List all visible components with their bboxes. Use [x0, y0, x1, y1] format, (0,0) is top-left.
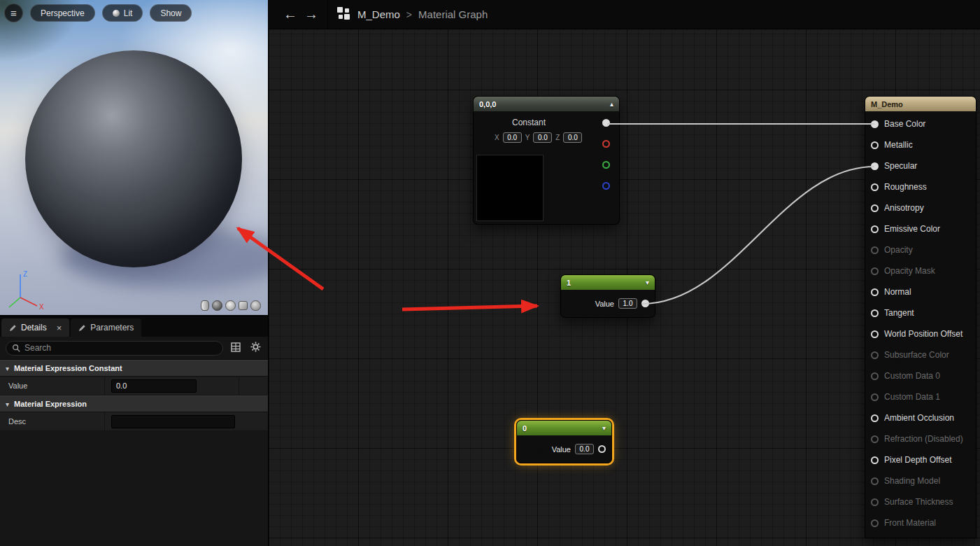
material-pin-row[interactable]: Surface Thickness [865, 491, 976, 512]
input-pin-circle-icon[interactable] [871, 246, 879, 254]
close-tab-icon[interactable]: × [57, 323, 62, 333]
input-pin-circle-icon[interactable] [871, 288, 879, 296]
material-pin-row[interactable]: Front Material [865, 512, 976, 533]
input-pin-circle-icon[interactable] [871, 141, 879, 149]
material-pin-row[interactable]: World Position Offset [865, 323, 976, 344]
breadcrumb-root[interactable]: M_Demo [357, 8, 400, 20]
material-pin-row[interactable]: Base Color [865, 113, 976, 134]
input-pin-circle-icon[interactable] [871, 498, 879, 506]
input-pin-circle-icon[interactable] [871, 309, 879, 317]
input-pin-circle-icon[interactable] [871, 519, 879, 527]
input-pin-circle-icon[interactable] [871, 120, 879, 128]
x-value-input[interactable] [503, 132, 522, 143]
input-pin-circle-icon[interactable] [871, 414, 879, 422]
back-button[interactable]: ← [280, 6, 301, 22]
node-material-result[interactable]: M_Demo Base ColorMetallicSpecularRoughne… [865, 96, 977, 538]
pin-label: Refraction (Disabled) [884, 434, 963, 444]
material-pin-row[interactable]: Specular [865, 155, 976, 176]
shape-teapot-button[interactable] [250, 300, 261, 311]
material-pin-row[interactable]: Subsurface Color [865, 344, 976, 365]
search-input[interactable] [24, 343, 217, 353]
tab-details[interactable]: Details × [1, 318, 69, 337]
input-pin-circle-icon[interactable] [871, 330, 879, 338]
display-filter-icon[interactable] [229, 342, 243, 354]
z-value-input[interactable] [563, 132, 582, 143]
material-pin-row[interactable]: Emissive Color [865, 218, 976, 239]
input-pin-circle-icon[interactable] [871, 162, 879, 170]
constant-xyz-inputs: X Y Z [495, 132, 582, 143]
output-pin-g[interactable] [602, 161, 610, 169]
breadcrumb-separator: > [406, 9, 412, 20]
input-pin-circle-icon[interactable] [871, 435, 879, 443]
section-material-expression-constant[interactable]: ▾ Material Expression Constant [0, 360, 268, 377]
property-reset-cell [239, 377, 268, 395]
input-pin-circle-icon[interactable] [871, 456, 879, 464]
material-pin-row[interactable]: Metallic [865, 134, 976, 155]
z-label: Z [555, 134, 560, 141]
material-pin-row[interactable]: Refraction (Disabled) [865, 428, 976, 449]
output-pin-r[interactable] [602, 140, 610, 148]
output-pin-rgb[interactable] [602, 119, 610, 127]
forward-button[interactable]: → [301, 6, 322, 22]
input-pin-circle-icon[interactable] [871, 225, 879, 233]
pin-label: Opacity Mask [884, 266, 935, 276]
material-preview-viewport[interactable]: ≡ Perspective Lit Show Z X [0, 0, 268, 315]
viewport-menu-button[interactable]: ≡ [4, 4, 23, 22]
material-pin-row[interactable]: Pixel Depth Offset [865, 449, 976, 470]
shape-cube-button[interactable] [239, 301, 248, 310]
material-pin-row[interactable]: Shading Model [865, 470, 976, 491]
dropdown-chevron-icon[interactable]: ▾ [602, 424, 606, 432]
section-collapse-icon[interactable]: ▾ [6, 365, 9, 372]
section-material-expression[interactable]: ▾ Material Expression [0, 396, 268, 412]
node-header[interactable]: 0,0,0 ▴ [473, 96, 620, 111]
material-pin-row[interactable]: Normal [865, 281, 976, 302]
output-pin-b[interactable] [602, 182, 610, 190]
node-scalar-one[interactable]: 1 ▾ Value [560, 274, 655, 318]
material-pin-row[interactable]: Opacity [865, 239, 976, 260]
material-pin-row[interactable]: Roughness [865, 176, 976, 197]
input-pin-circle-icon[interactable] [871, 393, 879, 401]
shape-plane-button[interactable] [225, 300, 236, 311]
scalar-value-input[interactable] [618, 298, 637, 309]
material-pin-row[interactable]: Custom Data 1 [865, 386, 976, 407]
pin-label: Roughness [884, 182, 927, 192]
show-button[interactable]: Show [150, 4, 192, 22]
input-pin-circle-icon[interactable] [871, 351, 879, 359]
lit-button[interactable]: Lit [102, 4, 143, 22]
scalar-value-input[interactable] [575, 444, 594, 454]
node-constant3-vector[interactable]: 0,0,0 ▴ Constant X Y Z [473, 96, 620, 225]
material-pin-row[interactable]: Ambient Occlusion [865, 407, 976, 428]
perspective-label: Perspective [41, 8, 85, 18]
value-property-input[interactable] [111, 379, 197, 393]
material-pin-row[interactable]: Opacity Mask [865, 260, 976, 281]
node-scalar-zero[interactable]: 0 ▾ Value [516, 420, 612, 463]
shape-sphere-button[interactable] [212, 300, 222, 311]
input-pin-circle-icon[interactable] [871, 183, 879, 191]
desc-property-input[interactable] [111, 415, 235, 428]
input-pin-circle-icon[interactable] [871, 372, 879, 380]
shape-cylinder-button[interactable] [201, 300, 209, 311]
tab-parameters[interactable]: Parameters [71, 318, 141, 337]
input-pin-circle-icon[interactable] [871, 204, 879, 212]
material-pin-row[interactable]: Tangent [865, 302, 976, 323]
node-header[interactable]: M_Demo [865, 96, 977, 111]
show-label: Show [160, 8, 181, 18]
material-graph-canvas[interactable]: ← → M_Demo > Material Graph 0,0,0 ▴ Cons… [268, 0, 980, 546]
input-pin-circle-icon[interactable] [871, 477, 879, 485]
input-pin-circle-icon[interactable] [871, 267, 879, 275]
collapse-chevron-icon[interactable]: ▴ [610, 100, 613, 108]
dropdown-chevron-icon[interactable]: ▾ [646, 279, 649, 286]
output-pin[interactable] [641, 300, 649, 307]
output-pin[interactable] [598, 445, 606, 453]
material-pin-row[interactable]: Anisotropy [865, 197, 976, 218]
perspective-button[interactable]: Perspective [30, 4, 95, 22]
settings-gear-icon[interactable] [248, 342, 262, 354]
node-header[interactable]: 1 ▾ [560, 274, 655, 290]
material-pin-row[interactable]: Custom Data 0 [865, 365, 976, 386]
pin-label: Tangent [884, 308, 914, 318]
wire-scalar-to-specular[interactable] [642, 167, 874, 304]
y-value-input[interactable] [533, 132, 552, 143]
section-collapse-icon[interactable]: ▾ [6, 400, 9, 408]
search-box[interactable] [6, 341, 223, 356]
node-header[interactable]: 0 ▾ [516, 420, 612, 435]
